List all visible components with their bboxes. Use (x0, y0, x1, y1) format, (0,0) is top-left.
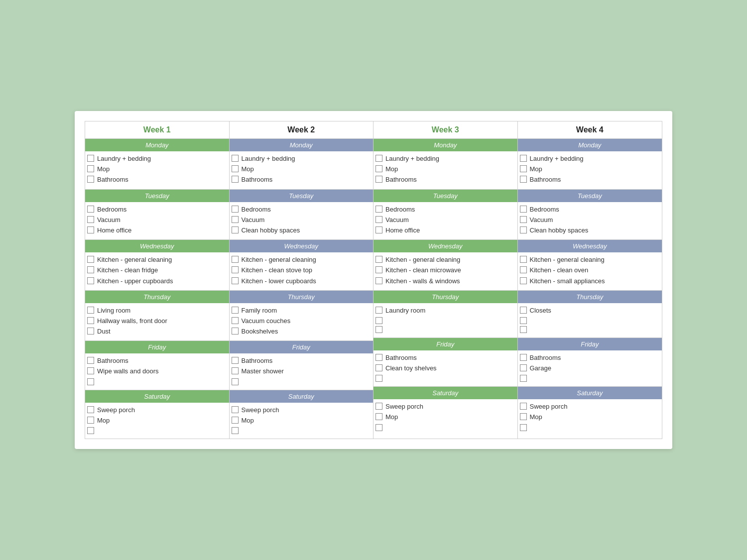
task-checkbox[interactable] (520, 216, 527, 223)
tasks-list-w4-wednesday: Kitchen - general cleaningKitchen - clea… (518, 252, 662, 290)
task-checkbox[interactable] (87, 155, 94, 162)
task-checkbox-empty[interactable] (232, 427, 239, 434)
task-checkbox[interactable] (87, 307, 94, 314)
task-checkbox[interactable] (232, 367, 239, 374)
task-checkbox[interactable] (520, 403, 527, 410)
task-checkbox[interactable] (375, 277, 382, 284)
task-checkbox-empty[interactable] (520, 375, 527, 382)
task-checkbox[interactable] (520, 307, 527, 314)
task-checkbox[interactable] (520, 226, 527, 233)
day-header-w3-thursday: Thursday (374, 291, 517, 303)
task-checkbox[interactable] (87, 216, 94, 223)
task-checkbox[interactable] (87, 165, 94, 172)
task-checkbox[interactable] (520, 256, 527, 263)
task-checkbox[interactable] (232, 155, 239, 162)
tasks-list-w2-wednesday: Kitchen - general cleaningKitchen - clea… (230, 252, 374, 290)
task-text: Sweep porch (242, 406, 279, 415)
task-checkbox[interactable] (87, 266, 94, 273)
task-checkbox-empty[interactable] (375, 317, 382, 324)
task-checkbox[interactable] (232, 165, 239, 172)
day-block-w3-saturday: SaturdaySweep porchMop (374, 387, 517, 435)
task-checkbox[interactable] (232, 307, 239, 314)
task-checkbox[interactable] (232, 176, 239, 183)
task-checkbox-empty[interactable] (520, 424, 527, 431)
task-checkbox-empty[interactable] (520, 326, 527, 333)
task-checkbox[interactable] (232, 277, 239, 284)
task-checkbox-empty[interactable] (232, 378, 239, 385)
task-checkbox[interactable] (520, 155, 527, 162)
task-checkbox[interactable] (375, 165, 382, 172)
task-item-empty (520, 374, 659, 382)
task-checkbox[interactable] (520, 277, 527, 284)
task-checkbox-empty[interactable] (520, 317, 527, 324)
task-checkbox-empty[interactable] (87, 427, 94, 434)
task-item-empty (87, 427, 226, 434)
task-checkbox[interactable] (87, 176, 94, 183)
task-checkbox[interactable] (87, 417, 94, 424)
task-checkbox[interactable] (375, 403, 382, 410)
task-checkbox[interactable] (520, 364, 527, 371)
task-text: Bathrooms (385, 353, 417, 362)
task-checkbox[interactable] (87, 328, 94, 335)
task-checkbox[interactable] (520, 266, 527, 273)
task-checkbox-empty[interactable] (375, 424, 382, 431)
day-block-w1-tuesday: TuesdayBedroomsVacuumHome office (85, 190, 229, 240)
task-checkbox-empty[interactable] (87, 378, 94, 385)
task-checkbox[interactable] (232, 206, 239, 213)
task-checkbox[interactable] (375, 226, 382, 233)
task-checkbox[interactable] (520, 165, 527, 172)
task-item: Living room (87, 306, 226, 315)
task-checkbox[interactable] (375, 364, 382, 371)
task-item: Bathrooms (87, 175, 226, 184)
task-checkbox[interactable] (375, 354, 382, 361)
task-checkbox[interactable] (375, 216, 382, 223)
task-item-empty (375, 326, 514, 333)
task-checkbox[interactable] (375, 176, 382, 183)
task-item: Bathrooms (520, 175, 659, 184)
task-checkbox[interactable] (520, 413, 527, 420)
task-checkbox[interactable] (232, 406, 239, 413)
task-item: Clean toy shelves (375, 364, 514, 373)
day-header-w1-thursday: Thursday (85, 291, 229, 303)
task-checkbox[interactable] (232, 266, 239, 273)
task-checkbox-empty[interactable] (375, 375, 382, 382)
task-item: Bedrooms (87, 205, 226, 214)
task-checkbox[interactable] (87, 226, 94, 233)
task-checkbox[interactable] (232, 226, 239, 233)
tasks-list-w2-monday: Laundry + beddingMopBathrooms (230, 151, 374, 189)
tasks-list-w2-thursday: Family roomVacuum couchesBookshelves (230, 303, 374, 341)
task-checkbox[interactable] (375, 307, 382, 314)
day-block-w1-saturday: SaturdaySweep porchMop (85, 390, 229, 439)
task-checkbox[interactable] (232, 256, 239, 263)
task-checkbox[interactable] (232, 417, 239, 424)
task-checkbox[interactable] (520, 354, 527, 361)
task-item-empty (232, 378, 371, 385)
task-checkbox[interactable] (232, 357, 239, 364)
task-checkbox[interactable] (375, 155, 382, 162)
task-checkbox[interactable] (87, 367, 94, 374)
task-item: Sweep porch (520, 402, 659, 411)
task-text: Garage (530, 364, 551, 373)
task-checkbox[interactable] (232, 328, 239, 335)
task-text: Kitchen - general cleaning (97, 255, 172, 264)
task-checkbox-empty[interactable] (375, 326, 382, 333)
task-checkbox[interactable] (232, 317, 239, 324)
task-checkbox[interactable] (87, 256, 94, 263)
task-text: Vacuum (242, 216, 265, 224)
task-checkbox[interactable] (87, 317, 94, 324)
task-checkbox[interactable] (375, 256, 382, 263)
task-checkbox[interactable] (87, 206, 94, 213)
task-checkbox[interactable] (375, 266, 382, 273)
task-checkbox[interactable] (87, 357, 94, 364)
task-checkbox[interactable] (520, 176, 527, 183)
task-checkbox[interactable] (520, 206, 527, 213)
task-checkbox[interactable] (87, 277, 94, 284)
task-checkbox[interactable] (375, 206, 382, 213)
task-item-empty (375, 317, 514, 324)
task-checkbox[interactable] (375, 413, 382, 420)
task-text: Kitchen - general cleaning (242, 255, 316, 264)
task-checkbox[interactable] (232, 216, 239, 223)
task-item: Mop (520, 165, 659, 174)
task-checkbox[interactable] (87, 406, 94, 413)
task-text: Closets (530, 306, 551, 315)
